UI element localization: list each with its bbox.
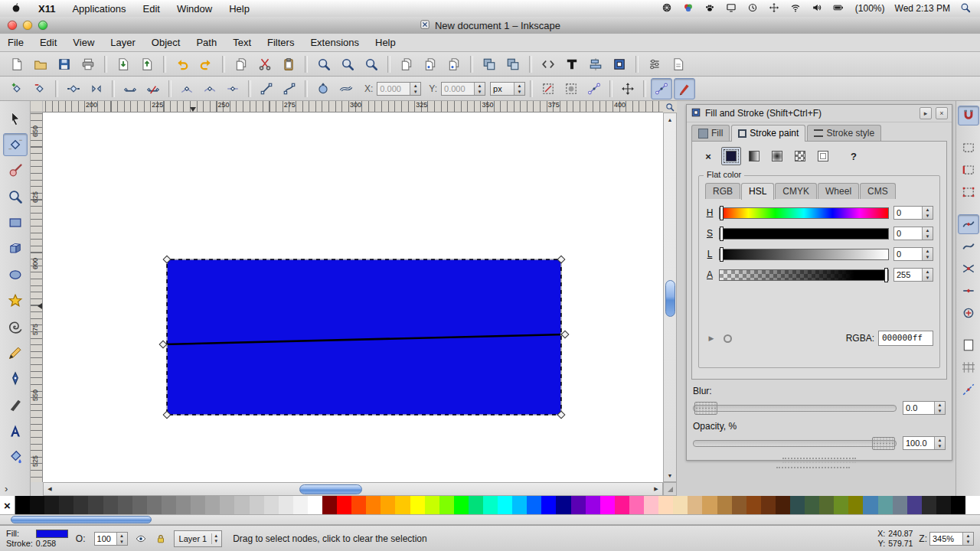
object-opacity-spinbox[interactable]: 100 ▲▼ <box>94 532 128 546</box>
menu-layer[interactable]: Layer <box>110 37 136 48</box>
spin-up-icon[interactable]: ▲ <box>923 207 933 213</box>
lightness-spinbox[interactable]: 0 ▲▼ <box>893 247 933 261</box>
alpha-spinbox[interactable]: 255 ▲▼ <box>893 268 933 282</box>
open-document-button[interactable] <box>30 54 51 75</box>
palette-swatch[interactable] <box>586 496 600 514</box>
palette-swatch[interactable] <box>293 496 308 514</box>
palette-swatch[interactable] <box>425 496 439 514</box>
palette-swatch[interactable] <box>74 496 88 514</box>
spin-up-icon[interactable]: ▲ <box>963 533 973 539</box>
palette-swatch[interactable] <box>571 496 586 514</box>
palette-swatch[interactable] <box>615 496 629 514</box>
import-button[interactable] <box>113 54 134 75</box>
gear-icon[interactable] <box>662 2 674 15</box>
delete-segment-button[interactable] <box>142 78 164 99</box>
snap-guide-button[interactable] <box>958 380 979 399</box>
menu-edit[interactable]: Edit <box>40 37 57 48</box>
opacity-slider-handle[interactable] <box>872 437 895 450</box>
panel-shade-button[interactable]: ▸ <box>920 107 932 119</box>
palette-scrollbar[interactable] <box>0 514 980 525</box>
copy-button[interactable] <box>230 54 252 75</box>
slider-handle[interactable] <box>720 206 724 220</box>
snap-node-button[interactable] <box>958 214 979 234</box>
zoom-spinbox[interactable]: 345% ▲▼ <box>929 532 974 546</box>
pencil-tool[interactable] <box>3 341 28 364</box>
spin-down-icon[interactable]: ▼ <box>410 89 420 95</box>
spiral-tool[interactable] <box>3 315 28 338</box>
paint-linear-gradient-button[interactable] <box>744 147 764 165</box>
palette-swatch[interactable] <box>118 496 132 514</box>
palette-swatch[interactable] <box>629 496 644 514</box>
vertical-scrollbar[interactable]: ▲ ▼ <box>663 112 677 482</box>
spin-up-icon[interactable]: ▲ <box>923 227 933 233</box>
segment-line-button[interactable] <box>256 78 277 99</box>
display-icon[interactable] <box>726 2 738 15</box>
menu-help-mac[interactable]: Help <box>229 3 250 15</box>
snap-bbox-button[interactable] <box>958 138 979 158</box>
x-coordinate-field[interactable]: 0.000 ▲▼ <box>377 82 421 96</box>
palette-swatch[interactable] <box>819 496 834 514</box>
sync-icon[interactable] <box>747 2 760 15</box>
show-outline-button[interactable] <box>674 78 695 99</box>
palette-swatch[interactable] <box>395 496 410 514</box>
scrollbar-corner-grip[interactable] <box>663 482 677 496</box>
palette-swatch[interactable] <box>907 496 922 514</box>
snap-path-button[interactable] <box>958 236 979 256</box>
combo-up-icon[interactable]: ▲ <box>514 83 524 89</box>
paw-icon[interactable] <box>704 2 717 15</box>
snap-grid-button[interactable] <box>958 357 979 377</box>
palette-swatch[interactable] <box>264 496 279 514</box>
paint-radial-gradient-button[interactable] <box>767 147 787 165</box>
menubar-clock[interactable]: Wed 2:13 PM <box>895 3 950 14</box>
ellipse-tool[interactable] <box>3 263 28 286</box>
redo-button[interactable] <box>195 54 217 75</box>
unit-select[interactable]: px ▲▼ <box>490 82 525 96</box>
tab-cms[interactable]: CMS <box>860 183 896 199</box>
spin-down-icon[interactable]: ▼ <box>935 443 945 449</box>
zoom-page-button[interactable] <box>361 54 382 75</box>
paint-flat-button[interactable] <box>721 147 741 165</box>
palette-swatch[interactable] <box>673 496 688 514</box>
palette-swatch[interactable] <box>717 496 732 514</box>
selector-tool[interactable] <box>3 107 28 130</box>
paint-unknown-button[interactable]: ? <box>844 147 864 165</box>
palette-swatch[interactable] <box>498 496 512 514</box>
opacity-spinbox[interactable]: 100.0 ▲▼ <box>903 436 946 450</box>
group-button[interactable] <box>479 54 500 75</box>
delete-node-button[interactable] <box>29 78 51 99</box>
cut-button[interactable] <box>254 54 276 75</box>
rectangle-tool[interactable] <box>3 211 28 234</box>
palette-swatch[interactable] <box>381 496 395 514</box>
palette-swatch[interactable] <box>527 496 541 514</box>
unlink-clone-button[interactable] <box>443 54 465 75</box>
xml-editor-button[interactable] <box>537 54 559 75</box>
break-nodes-button[interactable] <box>86 78 107 99</box>
corner-zoom-button[interactable] <box>663 101 677 113</box>
palette-swatch[interactable] <box>863 496 877 514</box>
stroke-to-path-button[interactable] <box>335 78 357 99</box>
palette-swatch[interactable] <box>702 496 717 514</box>
palette-none-swatch[interactable]: × <box>0 496 15 514</box>
menu-window-mac[interactable]: Window <box>177 3 212 15</box>
spin-down-icon[interactable]: ▼ <box>963 539 973 545</box>
palette-swatch[interactable] <box>410 496 425 514</box>
menu-text[interactable]: Text <box>233 37 251 48</box>
palette-swatch[interactable] <box>746 496 761 514</box>
spin-up-icon[interactable]: ▲ <box>923 248 933 254</box>
menu-app-name[interactable]: X11 <box>38 3 55 15</box>
fill-color-swatch[interactable] <box>36 530 68 538</box>
palette-swatch[interactable] <box>483 496 498 514</box>
vertical-ruler[interactable]: 650625600575550525 <box>31 112 43 482</box>
palette-swatch[interactable] <box>59 496 74 514</box>
show-transform-handles-button[interactable] <box>583 78 605 99</box>
node-tool[interactable] <box>3 133 28 156</box>
palette-swatch[interactable] <box>439 496 454 514</box>
palette-swatch[interactable] <box>132 496 147 514</box>
snap-midpoint-button[interactable] <box>958 281 979 301</box>
palette-swatch[interactable] <box>556 496 570 514</box>
toolbox-expander[interactable]: › <box>5 483 8 494</box>
slider-handle[interactable] <box>884 268 888 282</box>
object-to-path-button[interactable] <box>312 78 334 99</box>
stroke-width-value[interactable]: 0.258 <box>36 539 68 548</box>
spin-up-icon[interactable]: ▲ <box>475 83 485 89</box>
